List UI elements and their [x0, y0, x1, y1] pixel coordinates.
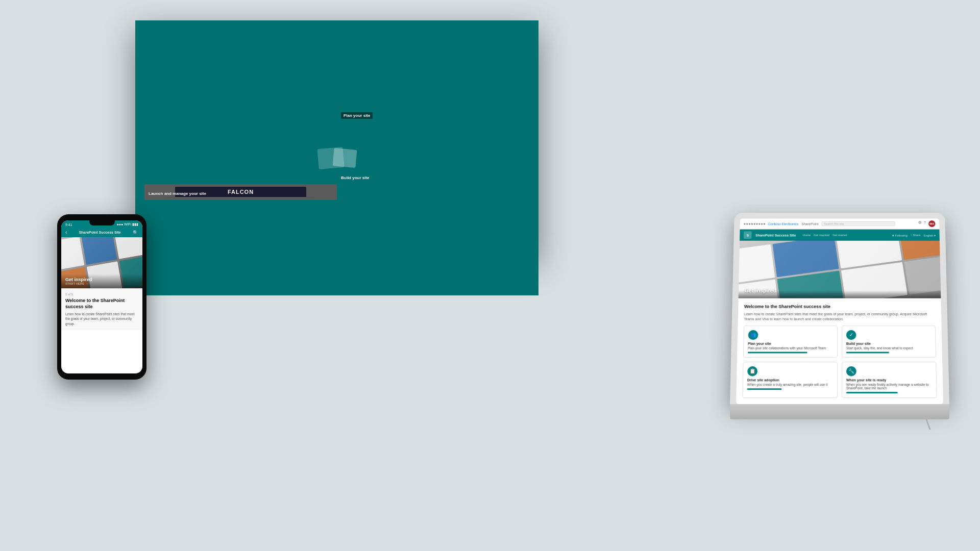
- phone-hero-title: Get inspired: [65, 277, 138, 282]
- tablet-app: SharePoint: [801, 222, 818, 225]
- hero-build-tile[interactable]: Build your site: [337, 123, 529, 184]
- tablet-cards-grid: 👥 Plan your site Plan your site collabor…: [742, 325, 937, 398]
- plan-icon: 👥: [748, 330, 758, 339]
- tablet-nav-right: ★ Following ↑ Share English ▾: [892, 233, 936, 236]
- card-adopt-title: Drive site adoption: [747, 378, 833, 382]
- adopt-icon: 📋: [747, 366, 757, 376]
- tablet-card-build: ✓ Build your site Start quick, stay the,…: [842, 325, 936, 358]
- tablet-content: Welcome to the SharePoint success site L…: [736, 298, 943, 404]
- phone-hero-image: Get inspired START HERE →: [61, 237, 142, 288]
- phone-welcome-title: Welcome to the SharePoint success site: [65, 298, 138, 310]
- tablet-card-plan: 👥 Plan your site Plan your site collabor…: [743, 325, 838, 358]
- card-plan-progress: [748, 352, 807, 353]
- card-launch-title: When your site is ready: [846, 378, 932, 382]
- phone-notch: [89, 220, 115, 226]
- phone-welcome-body: Learn how to create SharePoint sites tha…: [65, 312, 138, 325]
- tablet-nav-inspired[interactable]: Get inspired: [814, 234, 829, 237]
- tablet-search[interactable]: Search this site: [821, 221, 895, 226]
- phone-welcome-section: 1 of 5 Welcome to the SharePoint success…: [61, 288, 142, 330]
- tablet-browser-chrome: Contoso Electronics SharePoint Search th…: [740, 218, 940, 229]
- phone-hero-cta[interactable]: START HERE →: [65, 282, 138, 285]
- phone-bezel: 9:41 ●●● WiFi ▮▮▮ ‹ SharePoint Success S…: [57, 214, 146, 380]
- card-plan-body: Plan your site collaborations with your …: [748, 346, 833, 349]
- card-adopt-progress: [747, 388, 781, 390]
- card-plan-title: Plan your site: [748, 342, 833, 345]
- desktop-monitor: ⬡ Contoso Electronics SharePoint 🔍 Searc…: [135, 20, 538, 295]
- tablet-hero: Get inspired: [739, 241, 941, 298]
- tablet-chrome-icons: ⚙ ? MA: [918, 220, 935, 227]
- phone-signal: ●●● WiFi ▮▮▮: [116, 222, 138, 227]
- card-build-progress: [846, 352, 889, 353]
- card-launch-progress: [846, 392, 898, 393]
- tablet-welcome-title: Welcome to the SharePoint success site: [744, 304, 935, 309]
- launch-site-label: Launch and manage your site: [149, 191, 206, 196]
- tablet-nav: S SharePoint Success Site Home Get inspi…: [740, 230, 940, 241]
- tablet-hero-title: Get inspired: [745, 288, 777, 293]
- tablet-nav-links: Home Get inspired Get started: [803, 234, 847, 237]
- phone-nav: ‹ SharePoint Success Site 🔍: [61, 228, 142, 237]
- card-adopt-body: When you create a truly amazing site, pe…: [747, 383, 833, 386]
- tablet-avatar[interactable]: MA: [928, 220, 936, 227]
- tablet-share[interactable]: ↑ Share: [911, 233, 921, 236]
- monitor-screen: ⬡ Contoso Electronics SharePoint 🔍 Searc…: [144, 30, 529, 256]
- tablet-help-icon[interactable]: ?: [924, 220, 926, 227]
- tablet-company: Contoso Electronics: [768, 222, 799, 225]
- phone-site-name: SharePoint Success Site: [69, 231, 131, 234]
- phone-time: 9:41: [65, 223, 72, 227]
- tablet-card-adopt: 📋 Drive site adoption When you create a …: [742, 362, 838, 398]
- card-build-title: Build your site: [846, 342, 932, 345]
- phone-back-button[interactable]: ‹: [65, 230, 67, 235]
- plan-your-site-label: Plan your site: [341, 112, 373, 119]
- falcon-label: FALCON: [228, 189, 254, 195]
- launch-icon: 🔧: [846, 366, 856, 376]
- build-icon: ✓: [846, 330, 856, 339]
- tablet-waffle: [744, 223, 765, 224]
- card-launch-body: When you are ready finally actively mana…: [846, 383, 933, 390]
- phone-pager: 1 of 5: [65, 293, 138, 296]
- tablet-card-launch: 🔧 When your site is ready When you are r…: [842, 362, 937, 398]
- build-your-site-label: Build your site: [341, 176, 370, 180]
- phone-hero-overlay: Get inspired START HERE →: [61, 274, 142, 288]
- hero-launch-tile[interactable]: FALCON Launch and manage your site: [144, 184, 337, 200]
- card-build-body: Start quick, stay the, and know what to …: [846, 346, 932, 349]
- phone-search-icon[interactable]: 🔍: [133, 230, 138, 235]
- tablet-settings-icon[interactable]: ⚙: [918, 220, 921, 227]
- mobile-phone: 9:41 ●●● WiFi ▮▮▮ ‹ SharePoint Success S…: [57, 214, 146, 380]
- tablet-nav-home[interactable]: Home: [803, 234, 811, 237]
- surface-tablet: Contoso Electronics SharePoint Search th…: [730, 204, 949, 419]
- hero-grid: Get inspired START HERE → Plan your site: [144, 62, 529, 200]
- tablet-hero-overlay: Get inspired: [739, 290, 941, 298]
- tablet-site-title: SharePoint Success Site: [755, 233, 796, 236]
- tablet-screen: Contoso Electronics SharePoint Search th…: [736, 218, 943, 404]
- tablet-nav-started[interactable]: Get started: [832, 234, 847, 237]
- tablet-bezel: Contoso Electronics SharePoint Search th…: [730, 213, 949, 404]
- tablet-following[interactable]: ★ Following: [892, 233, 908, 236]
- monitor-bezel: ⬡ Contoso Electronics SharePoint 🔍 Searc…: [135, 20, 538, 256]
- tablet-logo: S: [744, 231, 752, 239]
- tablet-kickstand: [730, 404, 949, 419]
- phone-screen: 9:41 ●●● WiFi ▮▮▮ ‹ SharePoint Success S…: [61, 220, 142, 373]
- tablet-welcome-body: Learn how to create SharePoint sites tha…: [744, 312, 935, 321]
- tablet-language[interactable]: English ▾: [923, 233, 936, 236]
